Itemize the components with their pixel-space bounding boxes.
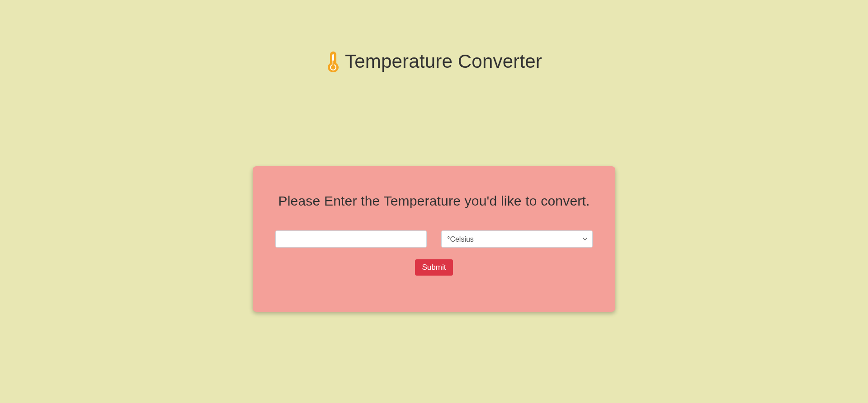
instruction-text: Please Enter the Temperature you'd like … (275, 193, 593, 209)
page-header: Temperature Converter (0, 0, 868, 72)
page-title: Temperature Converter (345, 51, 542, 72)
converter-card: Please Enter the Temperature you'd like … (253, 166, 615, 312)
svg-point-3 (331, 65, 335, 70)
submit-button[interactable]: Submit (415, 259, 453, 276)
temperature-input[interactable] (275, 230, 427, 248)
form-row: °Celsius (275, 230, 593, 248)
thermometer-icon (326, 51, 340, 72)
submit-row: Submit (275, 259, 593, 276)
unit-select[interactable]: °Celsius (441, 230, 593, 248)
